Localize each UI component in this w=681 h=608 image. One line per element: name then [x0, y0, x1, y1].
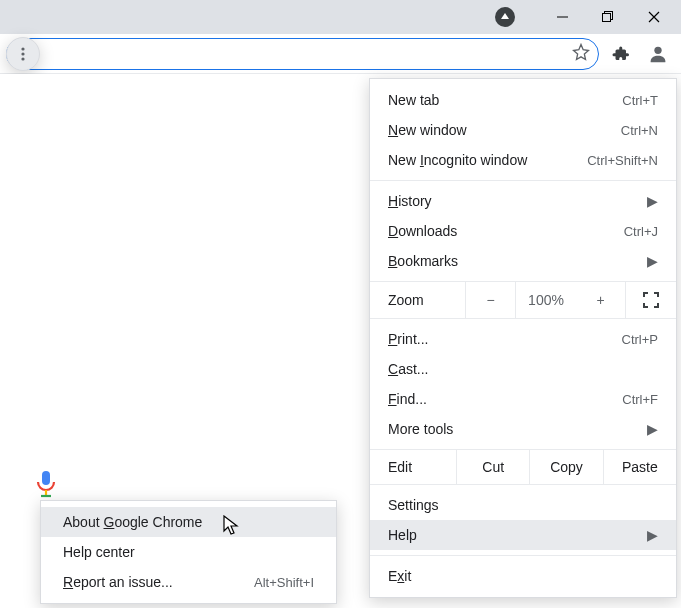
zoom-value: 100%: [516, 282, 576, 318]
browser-toolbar: [0, 34, 681, 74]
zoom-label: Zoom: [370, 282, 466, 318]
submenu-label: About Google Chrome: [63, 514, 202, 530]
menu-label: Print...: [388, 331, 622, 347]
svg-point-5: [21, 47, 24, 50]
extensions-button[interactable]: [603, 37, 637, 71]
submenu-shortcut: Alt+Shift+I: [254, 575, 314, 590]
menu-new-window[interactable]: New window Ctrl+N: [370, 115, 676, 145]
menu-separator: [370, 555, 676, 556]
menu-downloads[interactable]: Downloads Ctrl+J: [370, 216, 676, 246]
paste-button[interactable]: Paste: [603, 450, 676, 484]
menu-label: New tab: [388, 92, 622, 108]
zoom-in-button[interactable]: +: [576, 282, 626, 318]
submenu-arrow-icon: ▶: [647, 193, 658, 209]
submenu-arrow-icon: ▶: [647, 421, 658, 437]
menu-label: Settings: [388, 497, 658, 513]
menu-edit-row: Edit Cut Copy Paste: [370, 449, 676, 485]
submenu-help-center[interactable]: Help center: [41, 537, 336, 567]
menu-label: Help: [388, 527, 637, 543]
menu-shortcut: Ctrl+J: [624, 224, 658, 239]
star-icon[interactable]: [572, 43, 590, 65]
zoom-out-button[interactable]: −: [466, 282, 516, 318]
minimize-button[interactable]: [539, 0, 585, 34]
menu-help[interactable]: Help ▶: [370, 520, 676, 550]
fullscreen-button[interactable]: [626, 282, 676, 318]
menu-separator: [370, 180, 676, 181]
menu-label: New Incognito window: [388, 152, 587, 168]
svg-point-4: [654, 46, 661, 53]
menu-shortcut: Ctrl+F: [622, 392, 658, 407]
menu-settings[interactable]: Settings: [370, 490, 676, 520]
menu-label: Downloads: [388, 223, 624, 239]
copy-button[interactable]: Copy: [529, 450, 602, 484]
menu-cast[interactable]: Cast...: [370, 354, 676, 384]
address-bar[interactable]: [6, 38, 599, 70]
chrome-main-menu: New tab Ctrl+T New window Ctrl+N New Inc…: [369, 78, 677, 598]
help-submenu: About Google Chrome Help center Report a…: [40, 500, 337, 604]
menu-history[interactable]: History ▶: [370, 186, 676, 216]
menu-shortcut: Ctrl+N: [621, 123, 658, 138]
menu-more-tools[interactable]: More tools ▶: [370, 414, 676, 444]
svg-point-6: [21, 52, 24, 55]
window-titlebar: [0, 0, 681, 34]
menu-bookmarks[interactable]: Bookmarks ▶: [370, 246, 676, 276]
menu-new-incognito[interactable]: New Incognito window Ctrl+Shift+N: [370, 145, 676, 175]
svg-rect-2: [603, 14, 610, 21]
menu-shortcut: Ctrl+T: [622, 93, 658, 108]
menu-exit[interactable]: Exit: [370, 561, 676, 591]
close-button[interactable]: [631, 0, 677, 34]
cut-button[interactable]: Cut: [456, 450, 529, 484]
tab-extension-badge[interactable]: [495, 7, 515, 27]
menu-zoom-row: Zoom − 100% +: [370, 281, 676, 319]
chrome-menu-button[interactable]: [6, 37, 40, 71]
profile-button[interactable]: [641, 37, 675, 71]
menu-label: Cast...: [388, 361, 658, 377]
menu-print[interactable]: Print... Ctrl+P: [370, 324, 676, 354]
svg-point-7: [21, 57, 24, 60]
submenu-arrow-icon: ▶: [647, 527, 658, 543]
menu-new-tab[interactable]: New tab Ctrl+T: [370, 85, 676, 115]
menu-label: Find...: [388, 391, 622, 407]
menu-label: History: [388, 193, 637, 209]
menu-label: New window: [388, 122, 621, 138]
menu-shortcut: Ctrl+P: [622, 332, 658, 347]
maximize-button[interactable]: [585, 0, 631, 34]
svg-rect-8: [42, 471, 50, 485]
menu-label: More tools: [388, 421, 637, 437]
menu-label: Exit: [388, 568, 658, 584]
menu-label: Bookmarks: [388, 253, 637, 269]
menu-find[interactable]: Find... Ctrl+F: [370, 384, 676, 414]
submenu-label: Report an issue...: [63, 574, 173, 590]
submenu-about-chrome[interactable]: About Google Chrome: [41, 507, 336, 537]
menu-shortcut: Ctrl+Shift+N: [587, 153, 658, 168]
submenu-arrow-icon: ▶: [647, 253, 658, 269]
edit-label: Edit: [370, 450, 456, 484]
submenu-label: Help center: [63, 544, 135, 560]
submenu-report-issue[interactable]: Report an issue... Alt+Shift+I: [41, 567, 336, 597]
